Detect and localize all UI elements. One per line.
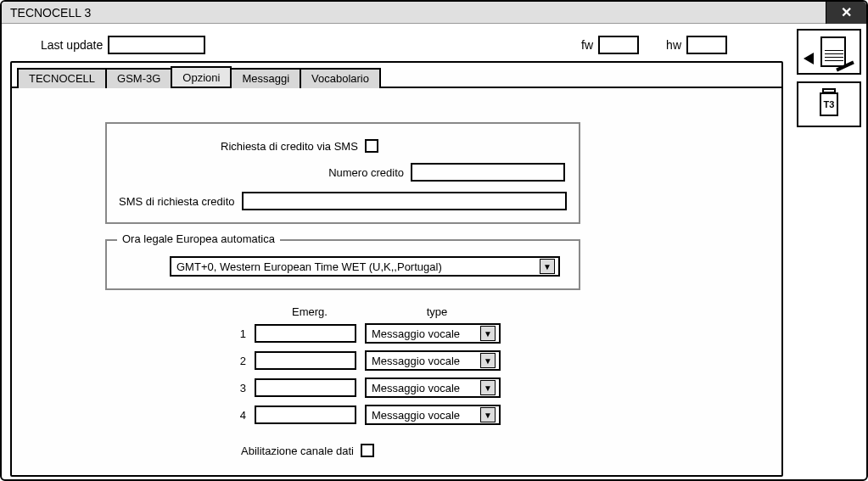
emergency-block: Emerg. type 1 Messaggio vocale ▼	[232, 305, 538, 425]
numero-credito-input[interactable]	[411, 163, 565, 182]
emerg-row-3: 3 Messaggio vocale ▼	[232, 378, 538, 398]
arrow-left-icon	[804, 53, 814, 64]
dst-legend: Ora legale Europea automatica	[117, 232, 280, 245]
tab-strip: TECNOCELL GSM-3G Opzioni Messaggi Vocabo…	[17, 66, 781, 87]
request-credit-sms-checkbox[interactable]	[365, 139, 378, 153]
hw-label: hw	[666, 38, 681, 52]
emerg-input-4[interactable]	[255, 405, 356, 424]
emerg-row-2: 2 Messaggio vocale ▼	[232, 350, 538, 371]
close-icon: ✕	[841, 4, 852, 20]
emerg-type-select-1[interactable]: Messaggio vocale ▼	[365, 323, 501, 344]
emerg-row-1: 1 Messaggio vocale ▼	[232, 323, 538, 344]
titlebar: TECNOCELL 3 ✕	[2, 2, 866, 24]
type-col-header: type	[365, 305, 509, 318]
tab-messaggi[interactable]: Messaggi	[230, 68, 301, 88]
emerg-type-select-2[interactable]: Messaggio vocale ▼	[365, 350, 501, 371]
group-dst: Ora legale Europea automatica GMT+0, Wes…	[105, 239, 580, 290]
content-frame: TECNOCELL GSM-3G Opzioni Messaggi Vocabo…	[10, 61, 783, 477]
side-toolbar: T3	[792, 24, 866, 479]
tab-opzioni[interactable]: Opzioni	[171, 66, 232, 87]
emerg-type-select-4[interactable]: Messaggio vocale ▼	[365, 405, 501, 425]
side-btn-edit-doc[interactable]	[797, 29, 861, 75]
close-button[interactable]: ✕	[826, 2, 866, 24]
document-icon	[820, 36, 846, 67]
tab-gsm3g[interactable]: GSM-3G	[105, 68, 172, 88]
sms-richiesta-label: SMS di richiesta credito	[119, 195, 235, 208]
emerg-header: Emerg. type	[232, 305, 538, 318]
request-credit-sms-label: Richiesta di credito via SMS	[221, 140, 358, 153]
hw-input[interactable]	[686, 36, 727, 54]
timezone-value: GMT+0, Western European Time WET (U,K,,P…	[176, 260, 442, 273]
device-top-icon	[822, 88, 836, 93]
group-credit: Richiesta di credito via SMS Numero cred…	[105, 122, 580, 224]
emerg-input-2[interactable]	[255, 351, 356, 370]
chevron-down-icon: ▼	[540, 259, 555, 274]
side-btn-device-t3[interactable]: T3	[797, 81, 861, 127]
sms-richiesta-input[interactable]	[242, 192, 567, 210]
app-window: TECNOCELL 3 ✕ Last update fw hw TECNOCEL…	[0, 0, 868, 481]
chevron-down-icon: ▼	[480, 353, 496, 368]
emerg-input-1[interactable]	[255, 324, 356, 343]
tab-page-opzioni: Richiesta di credito via SMS Numero cred…	[12, 87, 781, 473]
chevron-down-icon: ▼	[480, 407, 496, 422]
last-update-input[interactable]	[108, 36, 205, 54]
emerg-col-header: Emerg.	[255, 305, 365, 318]
body: Last update fw hw TECNOCELL GSM-3G Opzio…	[2, 24, 866, 479]
data-channel-row: Abilitazione canale dati	[241, 444, 764, 457]
emerg-type-select-3[interactable]: Messaggio vocale ▼	[365, 378, 501, 398]
numero-credito-label: Numero credito	[119, 166, 404, 179]
header-row: Last update fw hw	[41, 36, 783, 54]
emerg-input-3[interactable]	[255, 378, 356, 397]
window-title: TECNOCELL 3	[10, 6, 91, 20]
chevron-down-icon: ▼	[480, 326, 496, 341]
data-channel-checkbox[interactable]	[361, 444, 374, 457]
emerg-row-4: 4 Messaggio vocale ▼	[232, 405, 538, 425]
main-column: Last update fw hw TECNOCELL GSM-3G Opzio…	[2, 24, 792, 479]
tab-tecnocell[interactable]: TECNOCELL	[17, 68, 107, 88]
tab-vocabolario[interactable]: Vocabolario	[300, 68, 381, 88]
fw-input[interactable]	[598, 36, 639, 54]
last-update-label: Last update	[41, 38, 103, 52]
chevron-down-icon: ▼	[480, 380, 496, 395]
data-channel-label: Abilitazione canale dati	[241, 445, 354, 457]
device-t3-icon: T3	[820, 92, 838, 116]
timezone-select[interactable]: GMT+0, Western European Time WET (U,K,,P…	[170, 256, 560, 277]
fw-label: fw	[581, 38, 593, 52]
